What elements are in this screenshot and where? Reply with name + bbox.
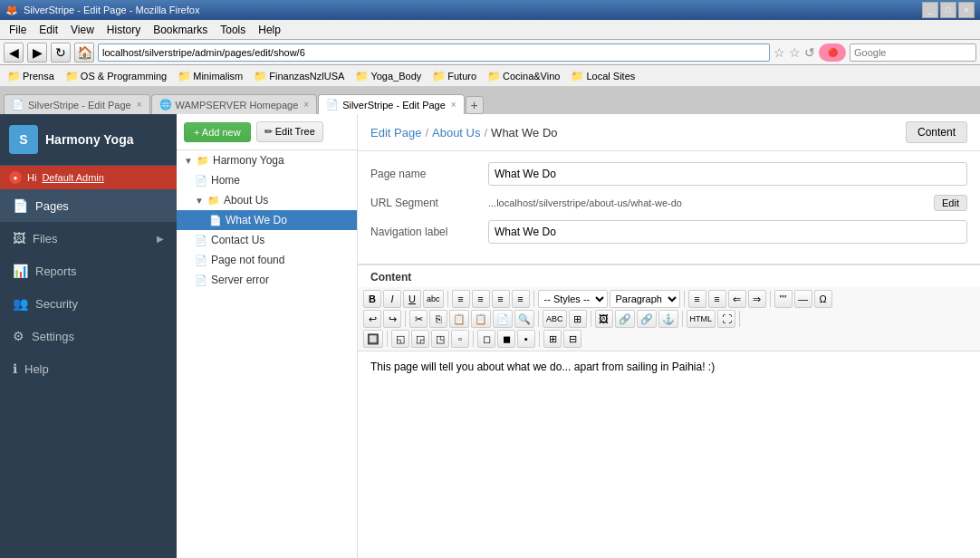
menu-tools[interactable]: Tools [215,22,251,38]
bookmark-star[interactable]: ☆ [773,45,785,60]
align-justify-button[interactable]: ≡ [512,290,530,308]
menu-file[interactable]: File [4,22,32,38]
spellcheck-button[interactable]: ABC [543,310,567,328]
breadcrumb-edit-page[interactable]: Edit Page [370,126,421,140]
blockquote-button[interactable]: "" [774,290,793,308]
tab-close-3[interactable]: × [451,100,456,110]
minimize-button[interactable]: _ [922,2,938,18]
paste-button[interactable]: 📋 [449,310,469,328]
refresh-button[interactable]: ↻ [51,43,71,63]
tab-2[interactable]: 🌐 WAMPSERVER Homepage × [151,94,318,114]
format2-button[interactable]: ◱ [391,330,409,348]
sidebar-item-reports[interactable]: 📊 Reports [0,255,177,287]
align-center-button[interactable]: ≡ [472,290,490,308]
format5-button[interactable]: ▫ [451,330,469,348]
new-tab-button[interactable]: + [466,96,484,114]
strikethrough-button[interactable]: abc [423,290,444,308]
fullscreen-button[interactable]: ⛶ [717,310,735,328]
special-char-button[interactable]: Ω [814,290,832,308]
format9-button[interactable]: ⊞ [543,330,562,348]
format1-button[interactable]: 🔲 [363,330,383,348]
tree-item-what-we-do[interactable]: 📄 What We Do [177,210,357,230]
bookmark-yoga[interactable]: 📁 Yoga_Body [351,69,425,83]
bookmark-prensa[interactable]: 📁 Prensa [4,69,58,83]
bookmark-finanzas[interactable]: 📁 FinanzasNzlUSA [250,69,348,83]
tab-close-2[interactable]: × [303,100,309,110]
bookmark-star2[interactable]: ☆ [789,45,801,60]
sidebar-item-pages[interactable]: 📄 Pages [0,189,177,222]
image-button[interactable]: 🖼 [595,310,613,328]
editor-content[interactable]: This page will tell you about what we do… [358,351,980,558]
menu-history[interactable]: History [101,22,146,38]
paragraph-dropdown[interactable]: Paragraph [610,290,680,308]
cut-button[interactable]: ✂ [409,310,428,328]
bookmark-os[interactable]: 📁 OS & Programming [62,69,170,83]
format3-button[interactable]: ◲ [411,330,429,348]
table-button[interactable]: ⊞ [569,310,587,328]
add-new-button[interactable]: + Add new [184,122,251,142]
styles-dropdown[interactable]: -- Styles -- [538,290,608,308]
url-edit-button[interactable]: Edit [934,195,967,211]
bold-button[interactable]: B [363,290,381,308]
italic-button[interactable]: I [383,290,401,308]
redo-button[interactable]: ↪ [383,310,401,328]
format8-button[interactable]: ▪ [517,330,535,348]
breadcrumb-about-us[interactable]: About Us [432,126,480,140]
menu-bookmarks[interactable]: Bookmarks [148,22,213,38]
search-bar[interactable] [850,43,976,62]
tab-1[interactable]: 📄 SilverStripe - Edit Page × [4,94,150,114]
align-right-button[interactable]: ≡ [492,290,510,308]
sidebar-item-security[interactable]: 👥 Security [0,287,177,320]
menu-edit[interactable]: Edit [34,22,63,38]
tree-item-page-not-found[interactable]: 📄 Page not found [177,250,357,270]
html-button[interactable]: HTML [687,310,716,328]
maximize-button[interactable]: □ [940,2,956,18]
back-button[interactable]: ◀ [4,43,24,63]
sidebar-item-files[interactable]: 🖼 Files ▶ [0,222,177,255]
nav-label-input[interactable] [488,220,967,244]
firefox-sync[interactable]: 🔴 [819,43,846,62]
tree-item-contact-us[interactable]: 📄 Contact Us [177,230,357,250]
link-button[interactable]: 🔗 [615,310,635,328]
home-button[interactable]: 🏠 [74,43,94,63]
menu-view[interactable]: View [65,22,100,38]
url-bar[interactable] [98,43,770,62]
bookmark-cocina[interactable]: 📁 Cocina&Vino [484,69,563,83]
menu-help[interactable]: Help [253,22,286,38]
paste-word-button[interactable]: 📄 [493,310,513,328]
bookmark-futuro[interactable]: 📁 Futuro [428,69,480,83]
numbered-list-button[interactable]: ≡ [708,290,726,308]
paste-text-button[interactable]: 📋 [471,310,491,328]
format4-button[interactable]: ◳ [431,330,449,348]
tree-item-home[interactable]: 📄 Home [177,170,357,190]
format10-button[interactable]: ⊟ [563,330,581,348]
bookmark-local-sites[interactable]: 📁 Local Sites [567,69,639,83]
tab-3[interactable]: 📄 SilverStripe - Edit Page × [318,94,465,114]
sidebar-item-settings[interactable]: ⚙ Settings [0,320,177,352]
anchor-button[interactable]: ⚓ [658,310,678,328]
nav-refresh2[interactable]: ↺ [804,45,815,60]
tab-close-1[interactable]: × [137,100,142,110]
tree-item-about-us[interactable]: ▼ 📁 About Us [177,190,357,210]
close-button[interactable]: × [958,2,975,18]
format7-button[interactable]: ◼ [497,330,515,348]
unlink-button[interactable]: 🔗 [637,310,657,328]
tree-item-server-error[interactable]: 📄 Server error [177,270,357,290]
underline-button[interactable]: U [403,290,421,308]
align-left-button[interactable]: ≡ [452,290,470,308]
find-button[interactable]: 🔍 [514,310,534,328]
sidebar-item-help[interactable]: ℹ Help [0,352,177,385]
bookmark-minimalism[interactable]: 📁 Minimalism [174,69,246,83]
content-tab-button[interactable]: Content [906,121,967,143]
page-name-input[interactable] [488,162,967,186]
hr-button[interactable]: — [794,290,812,308]
undo-button[interactable]: ↩ [363,310,381,328]
user-name[interactable]: Default Admin [42,172,103,183]
edit-tree-button[interactable]: ✏ Edit Tree [256,121,323,142]
copy-button[interactable]: ⎘ [429,310,447,328]
bullet-list-button[interactable]: ≡ [688,290,706,308]
outdent-button[interactable]: ⇐ [728,290,746,308]
format6-button[interactable]: ◻ [477,330,495,348]
tree-item-harmony-yoga[interactable]: ▼ 📁 Harmony Yoga [177,150,357,170]
forward-button[interactable]: ▶ [27,43,47,63]
